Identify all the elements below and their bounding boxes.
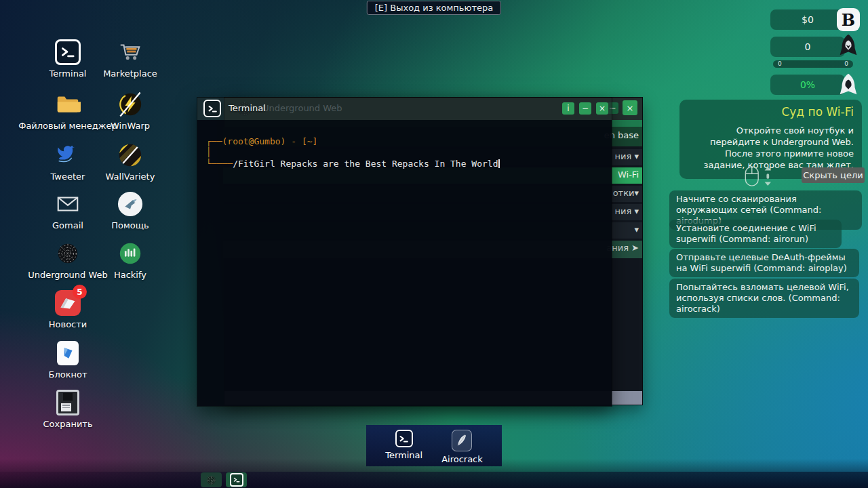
web-sphere-icon (205, 474, 217, 486)
folder-icon (55, 92, 81, 117)
text-cursor (498, 159, 500, 168)
desktop-icon-label: Помощь (111, 220, 149, 230)
dock-item-label: Terminal (385, 450, 422, 460)
desktop-icon-terminal[interactable]: Terminal (34, 39, 102, 79)
mission-title: Суд по Wi-Fi (688, 105, 854, 119)
desktop-icon-file-manager[interactable]: Файловый менеджер (34, 92, 102, 131)
money-display: $0 (770, 9, 845, 30)
objective-item: Попытайтесь взломать целевой WiFi, испол… (669, 279, 859, 318)
terminal-titlebar[interactable]: Terminal i − × (197, 98, 612, 120)
prompt-line-1: ┌──(root@Gumbo) - [~] (206, 136, 603, 147)
desktop-icon-label: Hackify (114, 270, 146, 280)
desktop-icon-notepad[interactable]: Блокнот (34, 340, 102, 380)
prompt-line-2: │ (206, 147, 603, 158)
terminal-command: /FitGirl Repacks are the Best Repacks In… (233, 159, 498, 169)
minimize-button[interactable]: − (579, 102, 591, 115)
bird-icon (55, 142, 81, 168)
white-hood-icon (835, 72, 861, 100)
equalizer-icon (117, 241, 143, 266)
terminal-icon (203, 100, 221, 117)
feather-icon (452, 430, 472, 451)
taskbar-dock: Terminal Airocrack (366, 425, 502, 466)
lightning-bolt-icon (117, 92, 143, 117)
dock-item-label: Airocrack (441, 454, 483, 464)
taskbar-chip-terminal[interactable] (226, 472, 247, 487)
bitcoin-logo-icon: B (837, 8, 860, 31)
floppy-disk-icon (55, 390, 81, 415)
objective-item: Установите соединение с WiFi superwifi (… (669, 220, 842, 248)
desktop-icon-label: WinWarp (111, 121, 150, 131)
mouse-scroll-hint-icon (743, 165, 777, 190)
desktop-icon-help[interactable]: Помощь (96, 191, 164, 230)
shopping-cart-icon (117, 39, 143, 65)
desktop-icon-hackify[interactable]: Hackify (96, 241, 164, 280)
terminal-icon (395, 430, 413, 447)
desktop-icon-label: Gomail (52, 220, 83, 230)
desktop-icon-winwarp[interactable]: WinWarp (96, 92, 164, 131)
dock-item-airocrack[interactable]: Airocrack (441, 430, 483, 464)
desktop-icon-tweeter[interactable]: Tweeter (34, 142, 102, 182)
help-bird-icon (117, 191, 143, 217)
terminal-icon (230, 473, 243, 487)
news-icon: 5 (55, 290, 81, 316)
terminal-window: Terminal i − × ┌──(root@Gumbo) - [~] │ └… (197, 97, 612, 407)
terminal-output[interactable]: ┌──(root@Gumbo) - [~] │ └────/FitGirl Re… (197, 120, 612, 406)
terminal-icon (55, 39, 81, 65)
info-button[interactable]: i (562, 102, 574, 115)
desktop-icon-underground-web[interactable]: Underground Web (34, 241, 102, 280)
desktop-icon-gomail[interactable]: Gomail (34, 191, 102, 230)
hide-objectives-button[interactable]: Скрыть цели (802, 167, 865, 183)
notepad-icon (55, 340, 81, 366)
envelope-icon (55, 191, 81, 217)
desktop-icon-label: Новости (49, 319, 87, 329)
exit-computer-tooltip: [E] Выход из компьютера (367, 1, 501, 15)
close-button[interactable]: × (596, 102, 608, 115)
web-sphere-icon (55, 241, 81, 266)
window-title: Terminal (229, 103, 266, 113)
prompt-line-3: └────/FitGirl Repacks are the Best Repac… (206, 158, 603, 169)
level-progress-bar: 0 0 (773, 60, 853, 68)
desktop-icon-news[interactable]: 5 Новости (34, 290, 102, 329)
reputation-display: 0 (770, 37, 845, 57)
notification-badge: 5 (73, 285, 87, 299)
desktop-icon-label: Сохранить (43, 419, 92, 429)
desktop-icon-label: Marketplace (103, 68, 157, 79)
desktop-icon-label: Блокнот (48, 369, 87, 380)
desktop-icon-label: Tweeter (51, 171, 85, 182)
bottom-taskbar (0, 472, 868, 488)
desktop-icon-label: Terminal (50, 68, 87, 79)
dock-item-terminal[interactable]: Terminal (385, 430, 422, 460)
skill-percent-display: 0% (770, 75, 845, 95)
close-button[interactable]: × (623, 100, 637, 115)
desktop-icon-save[interactable]: Сохранить (34, 390, 102, 429)
wallpaper-app-icon (117, 142, 143, 168)
taskbar-chip-underground-web[interactable] (201, 472, 222, 487)
dark-hood-icon (835, 33, 861, 61)
mission-description: Откройте свой ноутбук и перейдите к Unde… (688, 125, 854, 171)
desktop-icon-marketplace[interactable]: Marketplace (96, 39, 164, 79)
desktop-icon-label: WallVariety (106, 171, 155, 182)
objective-item: Отправьте целевые DeAuth-фреймы на WiFi … (669, 249, 859, 277)
desktop-icon-wallvariety[interactable]: WallVariety (96, 142, 164, 182)
